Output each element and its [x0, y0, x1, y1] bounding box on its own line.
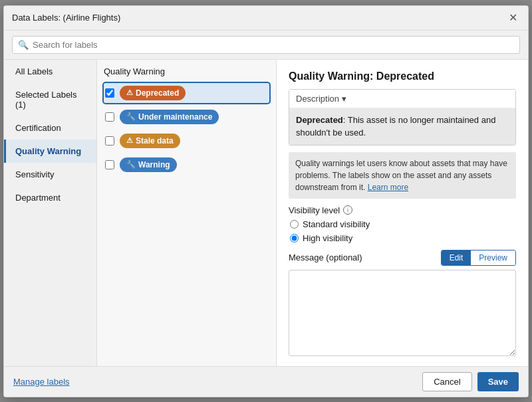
sidebar: All Labels Selected Labels (1) Certifica… [4, 60, 97, 366]
visibility-section: Visibility level i Standard visibility H… [289, 205, 516, 243]
search-wrap: 🔍 [12, 36, 520, 54]
checkbox-deprecated[interactable] [105, 88, 114, 98]
message-section: Message (optional) Edit Preview [289, 250, 516, 356]
dialog-header: Data Labels: (Airline Flights) ✕ [4, 6, 528, 31]
message-tab-group: Edit Preview [441, 250, 516, 266]
description-body: Deprecated: This asset is no longer main… [289, 108, 515, 145]
stale-icon: ⚠ [126, 136, 133, 145]
info-box: Quality warnings let users know about as… [289, 152, 516, 199]
detail-title: Quality Warning: Deprecated [289, 70, 516, 82]
detail-panel: Quality Warning: Deprecated Description … [277, 60, 528, 366]
badge-deprecated[interactable]: ⚠ Deprecated [120, 86, 186, 100]
tab-edit[interactable]: Edit [442, 251, 471, 265]
main-body: All Labels Selected Labels (1) Certifica… [4, 60, 528, 366]
message-header: Message (optional) Edit Preview [289, 250, 516, 266]
search-area: 🔍 [4, 31, 528, 60]
cancel-button[interactable]: Cancel [422, 372, 471, 391]
manage-labels-button[interactable]: Manage labels [13, 377, 70, 387]
label-panel-title: Quality Warning [104, 66, 269, 76]
radio-standard: Standard visibility [290, 219, 516, 229]
radio-standard-label: Standard visibility [303, 219, 370, 229]
checkbox-stale-data[interactable] [105, 136, 114, 146]
visibility-label: Visibility level [289, 205, 340, 215]
sidebar-item-department[interactable]: Department [4, 186, 96, 209]
description-header[interactable]: Description ▾ [289, 90, 515, 108]
sidebar-item-certification[interactable]: Certification [4, 116, 96, 140]
label-panel: Quality Warning ⚠ Deprecated 🔧 Under mai… [97, 60, 277, 366]
radio-high: High visibility [290, 233, 516, 243]
footer-buttons: Cancel Save [422, 372, 519, 391]
badge-under-maintenance[interactable]: 🔧 Under maintenance [120, 110, 219, 124]
radio-standard-input[interactable] [290, 220, 299, 229]
warning-icon: 🔧 [126, 160, 136, 169]
dialog-footer: Manage labels Cancel Save [4, 366, 528, 397]
label-row-deprecated: ⚠ Deprecated [104, 83, 269, 103]
description-bold: Deprecated [296, 115, 343, 125]
sidebar-item-selected-labels[interactable]: Selected Labels (1) [4, 83, 96, 116]
description-box: Description ▾ Deprecated: This asset is … [289, 89, 516, 146]
maintenance-icon: 🔧 [126, 112, 136, 121]
label-row-warning: 🔧 Warning [104, 155, 269, 175]
search-input[interactable] [33, 40, 514, 50]
save-button[interactable]: Save [477, 372, 519, 391]
sidebar-item-all-labels[interactable]: All Labels [4, 60, 96, 83]
checkbox-under-maintenance[interactable] [105, 112, 114, 122]
learn-more-link[interactable]: Learn more [368, 183, 408, 192]
checkbox-warning[interactable] [105, 160, 114, 169]
label-row-under-maintenance: 🔧 Under maintenance [104, 107, 269, 127]
close-button[interactable]: ✕ [506, 11, 520, 25]
radio-high-label: High visibility [303, 233, 352, 243]
badge-warning[interactable]: 🔧 Warning [120, 157, 177, 172]
badge-stale-data[interactable]: ⚠ Stale data [120, 134, 180, 148]
sidebar-item-quality-warning[interactable]: Quality Warning [4, 140, 96, 163]
message-textarea[interactable] [289, 270, 516, 356]
radio-high-input[interactable] [290, 234, 299, 243]
visibility-info-icon[interactable]: i [343, 205, 352, 215]
search-icon: 🔍 [18, 40, 29, 50]
label-row-stale-data: ⚠ Stale data [104, 131, 269, 151]
sidebar-item-sensitivity[interactable]: Sensitivity [4, 163, 96, 186]
message-label: Message (optional) [289, 252, 362, 262]
tab-preview[interactable]: Preview [471, 251, 515, 265]
visibility-label-row: Visibility level i [289, 205, 516, 215]
dialog-title: Data Labels: (Airline Flights) [12, 13, 120, 23]
deprecated-icon: ⚠ [126, 88, 133, 97]
data-labels-dialog: Data Labels: (Airline Flights) ✕ 🔍 All L… [3, 5, 529, 397]
